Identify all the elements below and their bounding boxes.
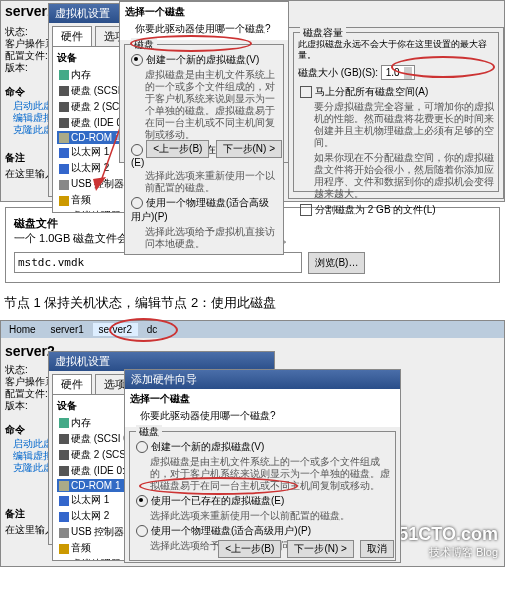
radio-create-desc-2: 虚拟磁盘是由主机文件系统上的一个或多个文件组成的，对于客户机系统来说则显示为一个… [134,456,391,492]
disk-group-title: 磁盘 [131,38,157,52]
checkbox-icon [300,86,312,98]
commands-header-2: 命令 [5,423,25,437]
disk-file-group-title: 磁盘文件 [14,217,58,229]
commands-header: 命令 [5,85,25,99]
radio-physical[interactable]: 使用一个物理磁盘(适合高级用户)(P) [129,196,279,224]
next-button-3[interactable]: 下一步(N) > [287,540,354,558]
net-icon [59,512,69,522]
server1-panel: server1 状态: 客户操作系统 配置文件: 版本: 命令 启动此虚拟 编辑… [0,0,505,202]
version-label-2: 版本: [5,399,28,413]
cd-icon [59,133,69,143]
tab-server2[interactable]: server2 [93,323,138,336]
radio-icon [136,495,148,507]
radio-icon [131,197,143,209]
radio-icon [136,441,148,453]
select-disk-title-2: 选择一个磁盘 [125,389,400,409]
radio-create-new[interactable]: 创建一个新的虚拟磁盘(V) [129,53,279,67]
back-button-3[interactable]: <上一步(B) [218,540,281,558]
hdd-icon [59,118,69,128]
memory-icon [59,418,69,428]
net-icon [59,164,69,174]
cancel-button[interactable]: 取消 [360,540,394,558]
radio-use-existing-2[interactable]: 使用一个已存在的虚拟磁盘(E) [134,494,391,508]
alloc-desc: 要分虚拟磁盘完全容量，可增加你的虚拟机的性能。然而磁盘将花费更长的时间来创建并且… [298,101,494,149]
memory-icon [59,70,69,80]
radio-icon [136,525,148,537]
hdd-icon [59,466,69,476]
watermark: 51CTO.com 技术博客 Blog [398,524,498,560]
radio-existing-desc: 选择此选项来重新使用一个以前配置的磁盘。 [129,170,279,194]
browse-button[interactable]: 浏览(B)… [308,252,365,274]
disk-group-title-2: 磁盘 [136,425,162,439]
add-hw-title: 添加硬件向导 [125,370,400,389]
radio-physical-desc: 选择此选项给予虚拟机直接访问本地硬盘。 [129,226,279,250]
select-disk-title: 选择一个磁盘 [120,2,288,22]
server2-panel: Home server1 server2 dc server2 状态: 客户操作… [0,320,505,567]
size-spinner[interactable]: 1.0 [381,65,415,80]
tab-home[interactable]: Home [3,323,42,336]
size-label: 磁盘大小 (GB)(S): [298,67,378,78]
capacity-group-title: 磁盘容量 [300,26,346,40]
capacity-note: 此虚拟磁盘永远不会大于你在这里设置的最大容量。 [298,39,494,61]
checkbox-split[interactable]: 分割磁盘为 2 GB 的文件(L) [298,203,494,217]
radio-icon [131,144,143,156]
hdd-icon [59,434,69,444]
radio-create-desc: 虚拟磁盘是由主机文件系统上的一个或多个文件组成的，对于客户机系统来说则显示为一个… [129,69,279,141]
net-icon [59,148,69,158]
capacity-panel: 磁盘容量 此虚拟磁盘永远不会大于你在这里设置的最大容量。 磁盘大小 (GB)(S… [288,27,504,199]
add-hw-wizard-dialog: 添加硬件向导 选择一个磁盘 你要此驱动器使用哪一个磁盘? 磁盘 创建一个新的虚拟… [124,369,401,563]
hdd-icon [59,102,69,112]
cpu-icon [59,212,69,213]
audio-icon [59,196,69,206]
cpu-icon [59,560,69,561]
checkbox-icon [300,204,312,216]
tab-hardware[interactable]: 硬件 [52,26,92,46]
hdd-icon [59,86,69,96]
disk-file-input[interactable]: mstdc.vmdk [14,252,302,273]
instruction-note: 节点 1 保持关机状态，编辑节点 2：使用此磁盘 [0,286,505,320]
select-disk-sub-2: 你要此驱动器使用哪一个磁盘? [125,409,400,427]
audio-icon [59,544,69,554]
window-tabs: Home server1 server2 dc [1,321,504,338]
select-disk-dialog: 选择一个磁盘 你要此驱动器使用哪一个磁盘? 磁盘 创建一个新的虚拟磁盘(V) 虚… [119,1,289,163]
checkbox-alloc-now[interactable]: 马上分配所有磁盘空间(A) [298,85,494,99]
net-icon [59,496,69,506]
tab-dc[interactable]: dc [141,323,164,336]
version-label: 版本: [5,61,28,75]
notes-header-2: 备注 [5,507,25,521]
next-button[interactable]: 下一步(N) > [216,140,283,158]
radio-icon [131,54,143,66]
notes-header: 备注 [5,151,25,165]
cd-icon [59,481,69,491]
tab-hardware-2[interactable]: 硬件 [52,374,92,394]
radio-physical-2[interactable]: 使用一个物理磁盘(适合高级用户)(P) [134,524,391,538]
back-button[interactable]: <上一步(B) [146,140,209,158]
hdd-icon [59,450,69,460]
alloc-desc2: 如果你现在不分配磁盘空间，你的虚拟磁盘文件将开始会很小，然后随着你添加应用程序、… [298,152,494,200]
radio-existing-desc-2: 选择此选项来重新使用一个以前配置的磁盘。 [134,510,391,522]
usb-icon [59,180,69,190]
radio-create-new-2[interactable]: 创建一个新的虚拟磁盘(V) [134,440,391,454]
tab-server1[interactable]: server1 [44,323,89,336]
usb-icon [59,528,69,538]
